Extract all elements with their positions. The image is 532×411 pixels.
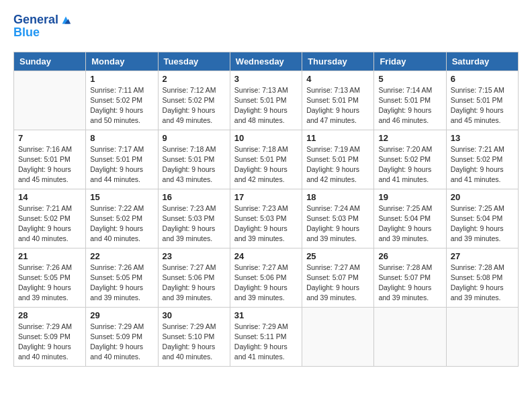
day-info: Sunrise: 7:29 AMSunset: 5:11 PMDaylight:… <box>234 322 298 363</box>
column-header-tuesday: Tuesday <box>158 52 230 71</box>
column-header-thursday: Thursday <box>302 52 374 71</box>
day-number: 21 <box>18 251 81 261</box>
day-number: 19 <box>378 192 441 202</box>
day-number: 23 <box>163 251 226 261</box>
day-info: Sunrise: 7:23 AMSunset: 5:03 PMDaylight:… <box>234 203 298 244</box>
day-number: 24 <box>234 251 298 261</box>
day-info: Sunrise: 7:17 AMSunset: 5:01 PMDaylight:… <box>90 144 153 185</box>
calendar-cell <box>446 307 518 366</box>
calendar-cell: 30Sunrise: 7:29 AMSunset: 5:10 PMDayligh… <box>158 307 230 366</box>
day-info: Sunrise: 7:13 AMSunset: 5:01 PMDaylight:… <box>234 85 298 126</box>
day-info: Sunrise: 7:24 AMSunset: 5:03 PMDaylight:… <box>306 203 369 244</box>
calendar-cell: 4Sunrise: 7:13 AMSunset: 5:01 PMDaylight… <box>302 71 374 130</box>
day-info: Sunrise: 7:21 AMSunset: 5:02 PMDaylight:… <box>451 144 514 185</box>
day-number: 12 <box>378 133 441 143</box>
day-number: 27 <box>451 251 514 261</box>
day-number: 4 <box>306 74 369 84</box>
day-number: 25 <box>306 251 369 261</box>
calendar-cell: 22Sunrise: 7:26 AMSunset: 5:05 PMDayligh… <box>86 248 158 307</box>
day-number: 14 <box>18 192 81 202</box>
day-number: 13 <box>451 133 514 143</box>
day-info: Sunrise: 7:29 AMSunset: 5:09 PMDaylight:… <box>18 322 81 363</box>
calendar-cell: 19Sunrise: 7:25 AMSunset: 5:04 PMDayligh… <box>374 189 446 248</box>
calendar-cell: 14Sunrise: 7:21 AMSunset: 5:02 PMDayligh… <box>14 189 86 248</box>
calendar-cell: 9Sunrise: 7:18 AMSunset: 5:01 PMDaylight… <box>158 130 230 189</box>
calendar-cell: 6Sunrise: 7:15 AMSunset: 5:01 PMDaylight… <box>446 71 518 130</box>
calendar-cell: 27Sunrise: 7:28 AMSunset: 5:08 PMDayligh… <box>446 248 518 307</box>
day-info: Sunrise: 7:27 AMSunset: 5:07 PMDaylight:… <box>306 263 369 304</box>
day-number: 18 <box>306 192 369 202</box>
day-info: Sunrise: 7:22 AMSunset: 5:02 PMDaylight:… <box>90 203 153 244</box>
logo-icon <box>60 14 72 26</box>
calendar-cell: 11Sunrise: 7:19 AMSunset: 5:01 PMDayligh… <box>302 130 374 189</box>
calendar-cell: 10Sunrise: 7:18 AMSunset: 5:01 PMDayligh… <box>230 130 302 189</box>
day-info: Sunrise: 7:28 AMSunset: 5:07 PMDaylight:… <box>378 263 441 304</box>
calendar-cell <box>14 71 86 130</box>
day-info: Sunrise: 7:11 AMSunset: 5:02 PMDaylight:… <box>90 85 153 126</box>
day-number: 30 <box>163 310 226 320</box>
day-number: 26 <box>378 251 441 261</box>
calendar-cell: 23Sunrise: 7:27 AMSunset: 5:06 PMDayligh… <box>158 248 230 307</box>
day-number: 17 <box>234 192 298 202</box>
day-number: 5 <box>378 74 441 84</box>
logo: General Blue <box>13 13 72 40</box>
day-info: Sunrise: 7:27 AMSunset: 5:06 PMDaylight:… <box>234 263 298 304</box>
day-info: Sunrise: 7:25 AMSunset: 5:04 PMDaylight:… <box>378 203 441 244</box>
day-number: 8 <box>90 133 153 143</box>
calendar-cell: 26Sunrise: 7:28 AMSunset: 5:07 PMDayligh… <box>374 248 446 307</box>
calendar-cell: 16Sunrise: 7:23 AMSunset: 5:03 PMDayligh… <box>158 189 230 248</box>
column-header-sunday: Sunday <box>14 52 86 71</box>
calendar-cell: 3Sunrise: 7:13 AMSunset: 5:01 PMDaylight… <box>230 71 302 130</box>
calendar-cell: 5Sunrise: 7:14 AMSunset: 5:01 PMDaylight… <box>374 71 446 130</box>
column-header-monday: Monday <box>86 52 158 71</box>
day-number: 11 <box>306 133 369 143</box>
calendar-cell: 12Sunrise: 7:20 AMSunset: 5:02 PMDayligh… <box>374 130 446 189</box>
column-header-wednesday: Wednesday <box>230 52 302 71</box>
day-info: Sunrise: 7:26 AMSunset: 5:05 PMDaylight:… <box>90 263 153 304</box>
calendar-cell: 1Sunrise: 7:11 AMSunset: 5:02 PMDaylight… <box>86 71 158 130</box>
day-info: Sunrise: 7:16 AMSunset: 5:01 PMDaylight:… <box>18 144 81 185</box>
column-header-saturday: Saturday <box>446 52 518 71</box>
day-info: Sunrise: 7:27 AMSunset: 5:06 PMDaylight:… <box>163 263 226 304</box>
day-info: Sunrise: 7:19 AMSunset: 5:01 PMDaylight:… <box>306 144 369 185</box>
day-info: Sunrise: 7:18 AMSunset: 5:01 PMDaylight:… <box>234 144 298 185</box>
day-info: Sunrise: 7:23 AMSunset: 5:03 PMDaylight:… <box>163 203 226 244</box>
day-number: 10 <box>234 133 298 143</box>
day-info: Sunrise: 7:26 AMSunset: 5:05 PMDaylight:… <box>18 263 81 304</box>
calendar-cell: 2Sunrise: 7:12 AMSunset: 5:02 PMDaylight… <box>158 71 230 130</box>
calendar-cell: 15Sunrise: 7:22 AMSunset: 5:02 PMDayligh… <box>86 189 158 248</box>
day-info: Sunrise: 7:28 AMSunset: 5:08 PMDaylight:… <box>451 263 514 304</box>
day-number: 31 <box>234 310 298 320</box>
day-number: 22 <box>90 251 153 261</box>
calendar-cell: 31Sunrise: 7:29 AMSunset: 5:11 PMDayligh… <box>230 307 302 366</box>
calendar-cell <box>374 307 446 366</box>
calendar-cell: 24Sunrise: 7:27 AMSunset: 5:06 PMDayligh… <box>230 248 302 307</box>
day-info: Sunrise: 7:25 AMSunset: 5:04 PMDaylight:… <box>451 203 514 244</box>
day-info: Sunrise: 7:18 AMSunset: 5:01 PMDaylight:… <box>163 144 226 185</box>
calendar-cell: 17Sunrise: 7:23 AMSunset: 5:03 PMDayligh… <box>230 189 302 248</box>
calendar-cell: 20Sunrise: 7:25 AMSunset: 5:04 PMDayligh… <box>446 189 518 248</box>
calendar-cell <box>302 307 374 366</box>
day-number: 15 <box>90 192 153 202</box>
calendar-cell: 18Sunrise: 7:24 AMSunset: 5:03 PMDayligh… <box>302 189 374 248</box>
day-info: Sunrise: 7:15 AMSunset: 5:01 PMDaylight:… <box>451 85 514 126</box>
day-number: 6 <box>451 74 514 84</box>
day-number: 16 <box>163 192 226 202</box>
day-info: Sunrise: 7:20 AMSunset: 5:02 PMDaylight:… <box>378 144 441 185</box>
day-number: 20 <box>451 192 514 202</box>
calendar-table: SundayMondayTuesdayWednesdayThursdayFrid… <box>13 52 519 367</box>
day-number: 7 <box>18 133 81 143</box>
column-header-friday: Friday <box>374 52 446 71</box>
calendar-cell: 25Sunrise: 7:27 AMSunset: 5:07 PMDayligh… <box>302 248 374 307</box>
calendar-cell: 7Sunrise: 7:16 AMSunset: 5:01 PMDaylight… <box>14 130 86 189</box>
calendar-cell: 28Sunrise: 7:29 AMSunset: 5:09 PMDayligh… <box>14 307 86 366</box>
day-info: Sunrise: 7:29 AMSunset: 5:09 PMDaylight:… <box>90 322 153 363</box>
day-number: 28 <box>18 310 81 320</box>
day-info: Sunrise: 7:12 AMSunset: 5:02 PMDaylight:… <box>163 85 226 126</box>
day-number: 1 <box>90 74 153 84</box>
calendar-cell: 21Sunrise: 7:26 AMSunset: 5:05 PMDayligh… <box>14 248 86 307</box>
day-number: 9 <box>163 133 226 143</box>
calendar-cell: 13Sunrise: 7:21 AMSunset: 5:02 PMDayligh… <box>446 130 518 189</box>
day-info: Sunrise: 7:21 AMSunset: 5:02 PMDaylight:… <box>18 203 81 244</box>
day-info: Sunrise: 7:29 AMSunset: 5:10 PMDaylight:… <box>163 322 226 363</box>
